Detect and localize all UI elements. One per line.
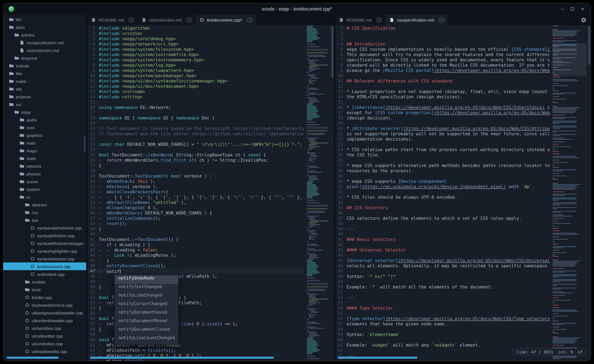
code-line[interactable]: 61Example: `widget` will match any `<wid…: [335, 343, 550, 348]
code-line[interactable]: 32» mAutoCloseBracketsPairs(: [88, 189, 304, 195]
tree-item[interactable]: syntaxhighlighter.cpp: [3, 247, 86, 255]
code-line[interactable]: 9please go the [Mozilla CSS portal](http…: [335, 68, 550, 73]
code-line[interactable]: 28resources by the process).: [335, 168, 550, 174]
code-line[interactable]: 8standard will be directly linked to the…: [335, 63, 550, 68]
code-line[interactable]: 42» if ( mLoading ) {: [88, 242, 304, 247]
tree-item[interactable]: audio: [3, 116, 86, 124]
code-line[interactable]: 58: [335, 327, 550, 332]
code-line[interactable]: 34» mDefaultFileName( "untitled" ),: [88, 200, 304, 205]
code-line[interactable]: 40: [88, 232, 304, 237]
code-line[interactable]: 19: [335, 121, 550, 126]
code-line[interactable]: 62» mFileRealPath = FileInfo();: [88, 348, 304, 353]
vertical-scrollbar-thumb[interactable]: [331, 26, 334, 78]
code-line[interactable]: 22: [88, 136, 304, 142]
tree-item[interactable]: graphics: [3, 131, 86, 139]
tab-cssspecification-md[interactable]: cssspecification.md×: [386, 15, 448, 25]
code-line[interactable]: 41### Basic selectors: [335, 237, 550, 242]
code-line[interactable]: 14the HTML+CSS specification (design dec…: [335, 94, 550, 99]
code-line[interactable]: 10: [335, 73, 550, 78]
code-line[interactable]: 22implementation decisions).: [335, 136, 550, 142]
autocomplete-item[interactable]: notifyDocumentSaved: [115, 310, 178, 318]
code-line[interactable]: 53: [335, 300, 550, 306]
tree-item[interactable]: obj: [3, 85, 86, 93]
titlebar[interactable]: ecode - eepp - textdocument.cpp* – ×: [3, 3, 591, 15]
tree-item[interactable]: scene: [3, 177, 86, 185]
tree-item[interactable]: keyboardshortcut.cpp: [3, 301, 86, 309]
code-line[interactable]: 16using namespace EE::Network;: [88, 105, 304, 110]
code-line[interactable]: 46» notifyDocumentClosed();: [88, 263, 304, 268]
code-line[interactable]: 57elements that have the given node name…: [335, 321, 550, 327]
code-line[interactable]: 31» mVerbose( verbose ),: [88, 184, 304, 189]
code-line[interactable]: 15: [88, 99, 304, 105]
tree-item[interactable]: bin: [3, 15, 86, 23]
tree-item[interactable]: doxyrest: [3, 54, 86, 62]
code-line[interactable]: 36: [335, 210, 550, 216]
code-line[interactable]: 40: [335, 232, 550, 237]
tree-item[interactable]: tools: [3, 286, 86, 293]
tree-item[interactable]: include: [3, 62, 86, 70]
code-line[interactable]: 29: [335, 174, 550, 179]
code-line[interactable]: 39---: [335, 226, 550, 232]
code-line[interactable]: 15: [335, 99, 550, 105]
tab-uiintroduction-md[interactable]: uiintroduction.md×: [138, 15, 196, 25]
tree-item[interactable]: uidropdownlist.cpp: [3, 347, 86, 355]
code-line[interactable]: 42: [335, 242, 550, 247]
tree-item[interactable]: system: [3, 185, 86, 193]
tree-item[interactable]: css: [3, 208, 86, 216]
code-line[interactable]: 7#include <eepp/system/iostreammemory.hp…: [88, 57, 304, 63]
code-line[interactable]: 35» mCleanChangeId( 0 ),: [88, 205, 304, 210]
sidebar-vertical-scrollbar[interactable]: [84, 136, 86, 152]
code-line[interactable]: 34: [335, 200, 550, 205]
tree-item[interactable]: math: [3, 154, 86, 162]
autocomplete-item[interactable]: notifyCursorChanged: [115, 301, 178, 310]
code-line[interactable]: 26» return mNonWordChars.find_first_of( …: [88, 158, 304, 163]
code-line[interactable]: 47: [335, 268, 550, 274]
code-line[interactable]: 48Syntax: `* ns|* *|*`: [335, 274, 550, 279]
line-ending-indicator[interactable]: LF: [578, 350, 583, 354]
code-line[interactable]: 27}: [88, 163, 304, 168]
tree-item[interactable]: border.cpp: [3, 293, 86, 301]
tab-textdocument-cpp-[interactable]: textdocument.cpp*×: [196, 15, 256, 25]
tree-item[interactable]: uibackgrounddrawable.cpp: [3, 309, 86, 317]
code-line[interactable]: 25the CSS file.: [335, 152, 550, 158]
tree-item[interactable]: articles: [3, 31, 86, 39]
code-line[interactable]: 31pixel](https://en.wikipedia.org/wiki/D…: [335, 184, 550, 189]
code-line[interactable]: 1#include <algorithm>: [88, 26, 304, 31]
code-line[interactable]: 33» » { { '(', ')' }, { '[', ']' }, { '{…: [88, 195, 304, 200]
code-line[interactable]: 24: [88, 147, 304, 152]
code-line[interactable]: 55: [335, 311, 550, 316]
tree-item[interactable]: ui: [3, 193, 86, 201]
tab-readme-md[interactable]: README.md×: [335, 15, 386, 25]
tree-item[interactable]: doc: [3, 216, 86, 224]
tree-item[interactable]: syntaxdefinition.cpp: [3, 232, 86, 239]
code-line[interactable]: 38» reset();: [88, 221, 304, 226]
autocomplete-item[interactable]: notifyLineCountChanged: [115, 335, 178, 344]
close-button[interactable]: ×: [581, 3, 584, 15]
code-line[interactable]: 51: [335, 290, 550, 295]
code-line[interactable]: 37» initializeCommands();: [88, 216, 304, 221]
minimap[interactable]: [553, 26, 587, 360]
code-line[interactable]: 7specification. Since CSS is widely used…: [335, 57, 550, 63]
minimap-viewport[interactable]: [553, 44, 587, 76]
tab-close-icon[interactable]: ×: [247, 17, 252, 23]
tree-item[interactable]: uicodeeditor.cpp: [3, 332, 86, 340]
code-line[interactable]: 21is not supported (probably will not be…: [335, 131, 550, 136]
code-line[interactable]: 3#include <eepp/core/debug.hpp>: [88, 36, 304, 41]
code-line[interactable]: 32: [335, 189, 550, 195]
minimize-button[interactable]: –: [561, 3, 564, 15]
code-line[interactable]: 11#include <eepp/ui/doc/syntaxdefinition…: [88, 78, 304, 84]
code-line[interactable]: 5#include <eepp/system/filesystem.hpp>: [88, 47, 304, 52]
autocomplete-item[interactable]: notifyUndoRedo: [115, 275, 178, 284]
tab-close-icon[interactable]: ×: [377, 17, 382, 23]
code-line[interactable]: 54#### Type Selector: [335, 306, 550, 311]
code-line[interactable]: 14#include <string>: [88, 94, 304, 99]
code-line[interactable]: 20// Text document is loosely based on t…: [88, 126, 304, 131]
tree-item[interactable]: libs: [3, 70, 86, 77]
minimap[interactable]: [307, 26, 330, 360]
code-line[interactable]: 18(design decision).: [335, 115, 550, 121]
code-line[interactable]: 27* eepp CSS supports alternative path m…: [335, 163, 550, 168]
tab-readme-md[interactable]: README.md×: [88, 15, 138, 25]
tree-item[interactable]: syntaxtokenizer.cpp: [3, 255, 86, 262]
code-line[interactable]: 41TextDocument::~TextDocument() {: [88, 237, 304, 242]
code-line[interactable]: 13* Layout properties are not supported …: [335, 89, 550, 94]
